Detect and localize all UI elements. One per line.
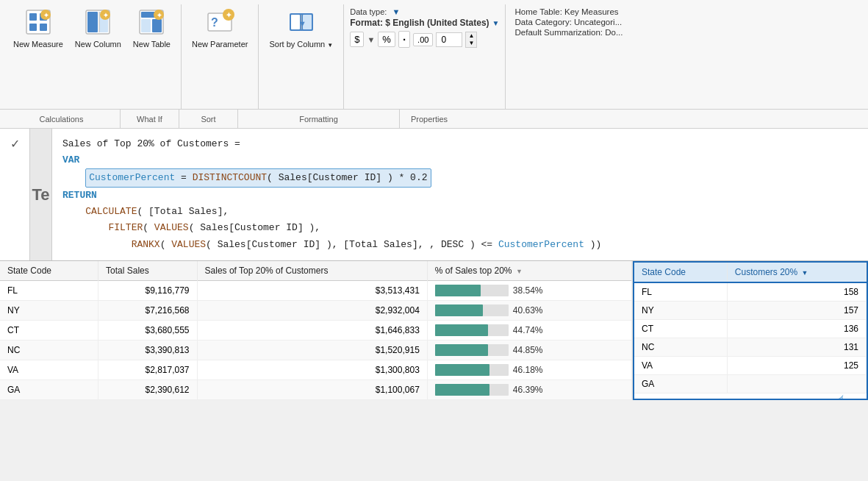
sort-group: ▼ Sort by Column ▼ <box>259 4 344 109</box>
total-sales-cell: $9,116,779 <box>98 281 197 301</box>
right-table: State Code Customers 20% ▼ FL 158 NY 157… <box>633 261 868 400</box>
highlighted-formula-line: CustomerPercent = DISTINCTCOUNT( Sales[C… <box>85 168 431 188</box>
new-parameter-label: New Parameter <box>192 40 248 49</box>
col-total-sales: Total Sales <box>98 261 197 281</box>
svg-rect-4 <box>40 24 47 31</box>
state-cell-r: CT <box>634 320 727 338</box>
total-sales-cell: $2,390,612 <box>98 380 197 400</box>
total-sales-cell: $3,680,555 <box>98 321 197 341</box>
formula-content[interactable]: Sales of Top 20% of Customers = VAR Cust… <box>52 129 868 260</box>
formula-check-area: ✓ <box>0 129 30 260</box>
new-table-button[interactable]: ✦ New Table <box>129 4 175 52</box>
table-row: FL $9,116,779 $3,513,431 38.54% <box>0 281 632 301</box>
decimal-spinner: ▲ ▼ <box>465 32 477 48</box>
total-sales-cell: $3,390,813 <box>98 341 197 360</box>
percent-button[interactable]: % <box>378 32 395 47</box>
toolbar-labels-row: Calculations What If Sort Formatting Pro… <box>0 109 868 128</box>
state-cell: NC <box>0 341 98 360</box>
sales-top20-cell: $1,520,915 <box>197 341 427 360</box>
whatif-label: What If <box>121 110 179 128</box>
state-cell: GA <box>0 380 98 400</box>
table-row: NY 157 <box>634 302 867 320</box>
table-row: NC $3,390,813 $1,520,915 44.85% <box>0 341 632 360</box>
sales-top20-cell: $3,513,431 <box>197 281 427 301</box>
formatting-group: Data type: ▼ Format: $ English (United S… <box>344 4 506 109</box>
table-row: GA $2,390,612 $1,100,067 46.39% <box>0 380 632 400</box>
pct-cell: 40.63% <box>427 301 631 321</box>
new-column-icon: ✦ <box>83 7 112 37</box>
svg-text:✦: ✦ <box>103 12 109 19</box>
left-table-body: FL $9,116,779 $3,513,431 38.54% NY $7,21… <box>0 281 632 400</box>
rankx-line: RANKX( VALUES( Sales[Customer ID] ), [To… <box>132 239 602 250</box>
new-column-button[interactable]: ✦ New Column <box>71 4 126 52</box>
right-data-table: State Code Customers 20% ▼ FL 158 NY 157… <box>634 263 867 393</box>
data-category: Data Category: Uncategori... <box>514 18 856 26</box>
col-pct-top20: % of Sales top 20% ▼ <box>427 261 631 281</box>
col-state-code-r: State Code <box>634 263 727 282</box>
svg-rect-3 <box>29 24 37 31</box>
new-measure-icon: ✦ <box>24 7 53 37</box>
state-cell: NY <box>0 301 98 321</box>
table-row: NC 131 <box>634 338 867 357</box>
whatif-group: ? ✦ New Parameter <box>182 4 259 109</box>
state-cell-r: VA <box>634 357 727 375</box>
table-row: GA <box>634 375 867 393</box>
svg-rect-8 <box>87 12 98 32</box>
format-controls: $ ▼ % · .00 ▲ ▼ <box>350 31 499 48</box>
pct-cell: 44.85% <box>427 341 631 360</box>
decimal-00-button[interactable]: .00 <box>413 33 433 46</box>
col-sales-top20: Sales of Top 20% of Customers <box>197 261 427 281</box>
svg-text:✦: ✦ <box>157 12 162 19</box>
decimal-button[interactable]: · <box>398 31 410 48</box>
new-parameter-button[interactable]: ? ✦ New Parameter <box>187 4 252 52</box>
new-table-label: New Table <box>133 40 171 49</box>
sort-label: Sort <box>179 110 238 128</box>
decimal-places-input[interactable] <box>436 32 462 47</box>
customers-cell: 136 <box>727 320 866 338</box>
properties-group: Home Table: Key Measures Data Category: … <box>506 4 865 109</box>
table-row: CT $3,680,555 $1,646,833 44.74% <box>0 321 632 341</box>
right-table-header-row: State Code Customers 20% ▼ <box>634 263 867 282</box>
new-measure-button[interactable]: ✦ New Measure <box>9 4 68 52</box>
subscribe-watermark: SUBSCRIBE <box>825 393 859 400</box>
default-summarization: Default Summarization: Do... <box>514 28 856 37</box>
formula-te-label: Te <box>30 129 52 260</box>
svg-rect-1 <box>29 13 37 21</box>
home-table: Home Table: Key Measures <box>514 7 856 16</box>
calculations-group: ✦ New Measure ✦ New Column <box>3 4 182 109</box>
measure-title: Sales of Top 20% of Customers = <box>62 138 240 149</box>
sort-by-column-label: Sort by Column ▼ <box>269 40 333 49</box>
calculate-line: CALCULATE( [Total Sales], <box>85 206 229 217</box>
toolbar-ribbon: ✦ New Measure ✦ New Column <box>0 0 868 109</box>
pct-cell: 38.54% <box>427 281 631 301</box>
customers-cell: 131 <box>727 338 866 357</box>
spinner-up[interactable]: ▲ <box>466 32 476 40</box>
sales-top20-cell: $1,646,833 <box>197 321 427 341</box>
sort-by-column-icon: ▼ <box>287 7 316 37</box>
sort-by-column-button[interactable]: ▼ Sort by Column ▼ <box>265 4 337 52</box>
total-sales-cell: $2,817,037 <box>98 360 197 380</box>
svg-rect-16 <box>152 19 162 32</box>
customers-cell: 157 <box>727 302 866 320</box>
toolbar: ✦ New Measure ✦ New Column <box>0 0 868 129</box>
currency-button[interactable]: $ <box>350 32 364 47</box>
new-table-icon: ✦ <box>137 7 166 37</box>
table-row: CT 136 <box>634 320 867 338</box>
svg-text:✦: ✦ <box>43 12 49 19</box>
new-column-label: New Column <box>75 40 121 49</box>
formatting-label: Formatting <box>238 110 400 128</box>
spinner-down[interactable]: ▼ <box>466 40 476 47</box>
customers-cell <box>727 375 866 393</box>
calculations-label: Calculations <box>3 110 121 128</box>
confirm-formula-button[interactable]: ✓ <box>6 135 24 152</box>
state-cell: VA <box>0 360 98 380</box>
format-label: Format: $ English (United States) ▼ <box>350 18 499 28</box>
table-row: FL 158 <box>634 282 867 302</box>
subscribe-icon: SUBSCRIBE <box>825 393 859 400</box>
properties-label: Properties <box>400 110 459 128</box>
pct-cell: 46.18% <box>427 360 631 380</box>
data-type-label: Data type: ▼ <box>350 7 499 16</box>
state-cell-r: NY <box>634 302 727 320</box>
right-table-body: FL 158 NY 157 CT 136 NC 131 VA 125 GA <box>634 282 867 393</box>
formula-bar: ✓ Te Sales of Top 20% of Customers = VAR… <box>0 129 868 261</box>
